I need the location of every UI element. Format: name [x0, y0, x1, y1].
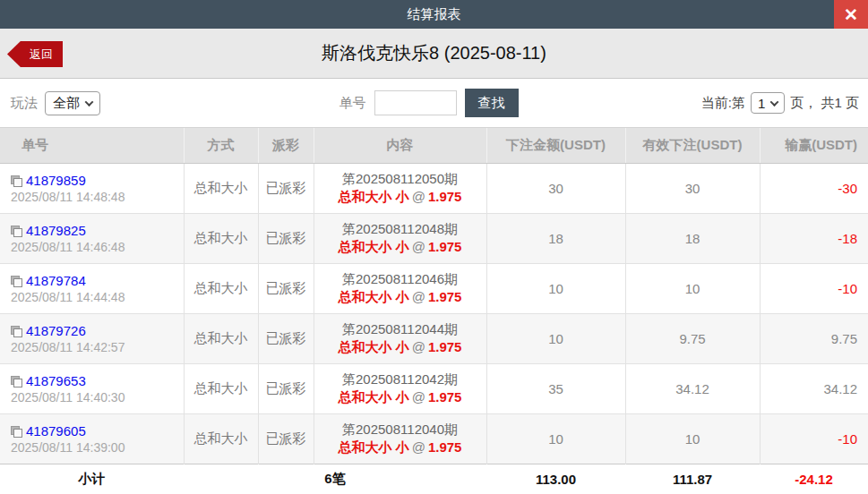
order-timestamp: 2025/08/11 14:40:30 — [11, 390, 184, 405]
order-timestamp: 2025/08/11 14:39:00 — [11, 440, 184, 455]
method-cell: 总和大小 — [184, 364, 258, 414]
close-icon[interactable]: ✕ — [834, 0, 868, 29]
at-symbol: @ — [409, 189, 428, 204]
order-no-link[interactable]: 41879726 — [26, 323, 86, 338]
table-row: 41879825 2025/08/11 14:46:48 总和大小 已派彩 第2… — [0, 214, 868, 264]
pagination-group: 当前:第 1 页， 共1 页 — [701, 79, 859, 127]
table-header: 单号 方式 派彩 内容 下注金额(USDT) 有效下注(USDT) 输赢(USD… — [0, 128, 868, 164]
order-cell: 41879825 2025/08/11 14:46:48 — [0, 214, 184, 264]
pick-selection: 总和大小 小 — [339, 289, 409, 304]
bet-amount-cell: 18 — [486, 214, 625, 264]
at-symbol: @ — [409, 389, 428, 405]
payout-status-cell: 已派彩 — [258, 164, 314, 214]
win-loss-cell: -10 — [760, 414, 868, 464]
col-order-no: 单号 — [0, 128, 184, 164]
pick-odds: 1.975 — [428, 289, 462, 304]
valid-bet-cell: 18 — [625, 214, 760, 264]
content-cell: 第202508112048期 总和大小 小@1.975 — [314, 214, 486, 264]
col-content: 内容 — [314, 128, 486, 164]
copy-icon[interactable] — [11, 175, 21, 186]
pick-text: 总和大小 小@1.975 — [314, 389, 486, 406]
report-header: 返回 斯洛伐克快乐8 (2025-08-11) — [0, 29, 868, 79]
bet-amount-cell: 10 — [486, 414, 625, 464]
bet-amount-cell: 35 — [486, 364, 625, 414]
order-no-link[interactable]: 41879653 — [26, 373, 86, 388]
play-filter-group: 玩法 全部 — [11, 79, 100, 127]
order-no-link[interactable]: 41879859 — [26, 173, 86, 188]
pick-selection: 总和大小 小 — [339, 339, 409, 354]
method-cell: 总和大小 — [184, 264, 258, 314]
pick-text: 总和大小 小@1.975 — [314, 289, 486, 306]
order-no-label: 单号 — [339, 95, 366, 112]
win-loss-cell: -18 — [760, 214, 868, 264]
play-type-value: 全部 — [53, 95, 80, 112]
at-symbol: @ — [409, 239, 428, 254]
order-cell: 41879726 2025/08/11 14:42:57 — [0, 314, 184, 364]
copy-icon[interactable] — [11, 326, 21, 336]
chevron-down-icon — [770, 98, 779, 106]
method-cell: 总和大小 — [184, 314, 258, 364]
order-cell: 41879859 2025/08/11 14:48:48 — [0, 164, 184, 214]
pick-selection: 总和大小 小 — [339, 239, 409, 254]
page-select-value: 1 — [758, 96, 765, 111]
order-no-link[interactable]: 41879825 — [26, 223, 86, 238]
table-row: 41879726 2025/08/11 14:42:57 总和大小 已派彩 第2… — [0, 314, 868, 364]
page-select[interactable]: 1 — [751, 92, 785, 114]
copy-icon[interactable] — [11, 426, 21, 437]
content-cell: 第202508112046期 总和大小 小@1.975 — [314, 264, 486, 314]
copy-icon[interactable] — [11, 376, 21, 387]
payout-status-cell: 已派彩 — [258, 264, 314, 314]
subtotal-count: 6笔 — [184, 464, 486, 494]
page-suffix-label: 页， 共1 页 — [790, 95, 859, 112]
content-cell: 第202508112050期 总和大小 小@1.975 — [314, 164, 486, 214]
order-no-link[interactable]: 41879784 — [26, 273, 86, 288]
table-footer: 小计 6笔 113.00 111.87 -24.12 — [0, 464, 868, 494]
pick-odds: 1.975 — [428, 239, 462, 254]
pick-odds: 1.975 — [428, 439, 462, 455]
payout-status-cell: 已派彩 — [258, 314, 314, 364]
period-text: 第202508112040期 — [314, 422, 486, 439]
play-type-select[interactable]: 全部 — [45, 91, 100, 115]
order-no-input[interactable] — [374, 90, 457, 115]
content-cell: 第202508112040期 总和大小 小@1.975 — [314, 414, 486, 464]
valid-bet-cell: 9.75 — [625, 314, 760, 364]
col-win-loss: 输赢(USDT) — [760, 128, 868, 164]
order-timestamp: 2025/08/11 14:42:57 — [11, 340, 184, 354]
table-row: 41879859 2025/08/11 14:48:48 总和大小 已派彩 第2… — [0, 164, 868, 214]
play-type-label: 玩法 — [11, 95, 38, 112]
col-payout: 派彩 — [258, 128, 314, 164]
period-text: 第202508112044期 — [314, 321, 486, 338]
method-cell: 总和大小 — [184, 214, 258, 264]
pick-text: 总和大小 小@1.975 — [314, 239, 486, 256]
win-loss-cell: 34.12 — [760, 364, 868, 414]
order-cell: 41879784 2025/08/11 14:44:48 — [0, 264, 184, 314]
copy-icon[interactable] — [11, 276, 21, 286]
back-button[interactable]: 返回 — [7, 41, 63, 67]
col-method: 方式 — [184, 128, 258, 164]
search-button[interactable]: 查找 — [465, 89, 519, 117]
content-cell: 第202508112044期 总和大小 小@1.975 — [314, 314, 486, 364]
page-prefix-label: 当前:第 — [701, 95, 745, 112]
pick-text: 总和大小 小@1.975 — [314, 439, 486, 456]
order-no-link[interactable]: 41879605 — [26, 423, 86, 439]
order-timestamp: 2025/08/11 14:44:48 — [11, 290, 184, 304]
copy-icon[interactable] — [11, 226, 21, 236]
table-body: 41879859 2025/08/11 14:48:48 总和大小 已派彩 第2… — [0, 164, 868, 464]
table-row: 41879653 2025/08/11 14:40:30 总和大小 已派彩 第2… — [0, 364, 868, 414]
subtotal-valid: 111.87 — [625, 464, 760, 494]
bet-amount-cell: 30 — [486, 164, 625, 214]
pick-odds: 1.975 — [428, 339, 462, 354]
at-symbol: @ — [409, 439, 428, 455]
period-text: 第202508112050期 — [314, 171, 486, 188]
table-row: 41879605 2025/08/11 14:39:00 总和大小 已派彩 第2… — [0, 414, 868, 464]
col-valid-bet: 有效下注(USDT) — [625, 128, 760, 164]
subtotal-win-loss: -24.12 — [760, 464, 868, 494]
order-timestamp: 2025/08/11 14:48:48 — [11, 190, 184, 204]
win-loss-cell: -30 — [760, 164, 868, 214]
filter-bar: 玩法 全部 单号 查找 当前:第 1 页， 共1 页 — [0, 79, 868, 127]
at-symbol: @ — [409, 289, 428, 304]
pick-text: 总和大小 小@1.975 — [314, 339, 486, 356]
win-loss-cell: 9.75 — [760, 314, 868, 364]
bet-amount-cell: 10 — [486, 314, 625, 364]
content-cell: 第202508112042期 总和大小 小@1.975 — [314, 364, 486, 414]
